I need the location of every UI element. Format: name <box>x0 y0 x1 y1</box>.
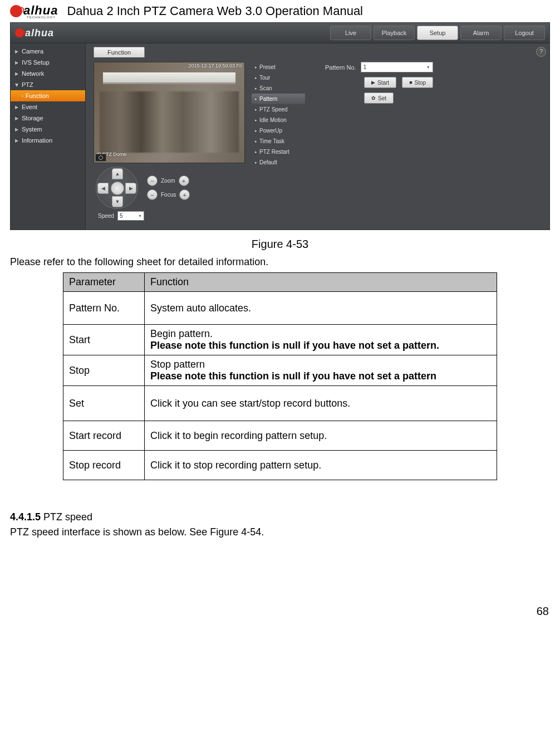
chevron-right-icon: ▶ <box>15 71 18 76</box>
bullet-icon: ▸ <box>255 160 257 165</box>
chevron-right-icon: ▶ <box>15 127 18 132</box>
table-row: StopStop patternPlease note this functio… <box>63 355 497 386</box>
tab-live[interactable]: Live <box>330 26 371 40</box>
bullet-icon: ▸ <box>255 129 257 133</box>
sidebar-item-ivs[interactable]: ▶IVS Setup <box>11 57 85 68</box>
bullet-icon: ▸ <box>255 97 257 101</box>
help-icon[interactable]: ? <box>536 47 546 57</box>
speed-label: Speed <box>98 213 114 219</box>
gear-icon: ✿ <box>371 95 376 101</box>
focus-out-button[interactable]: − <box>147 189 158 200</box>
app-screenshot: alhua Live Playback Setup Alarm Logout ▶… <box>10 22 550 230</box>
zoom-label: Zoom <box>161 178 175 184</box>
snapshot-button[interactable] <box>95 154 106 162</box>
main-panel: ? Function 2015-12-17 19:59:03 Fri IP PT… <box>86 43 549 230</box>
sidebar-item-information[interactable]: ▶Information <box>11 135 85 146</box>
page-header: alhua TECHNOLOGY Dahua 2 Inch PTZ Camera… <box>10 3 550 19</box>
start-button[interactable]: ▶Start <box>364 77 396 88</box>
table-row: Pattern No.System auto allocates. <box>63 292 497 325</box>
ptz-item-idle[interactable]: ▸Idle Motion <box>252 115 305 125</box>
ptz-center-button[interactable] <box>111 182 124 195</box>
sidebar-item-storage[interactable]: ▶Storage <box>11 113 85 124</box>
app-topbar: alhua Live Playback Setup Alarm Logout <box>11 23 549 43</box>
sidebar-item-event[interactable]: ▶Event <box>11 101 85 113</box>
tab-alarm[interactable]: Alarm <box>460 26 502 40</box>
figure-caption: Figure 4-53 <box>10 238 550 251</box>
bullet-icon: ▸ <box>255 65 257 70</box>
bullet-icon: ▸ <box>255 150 257 154</box>
ptz-function-list: ▸Preset ▸Tour ▸Scan ▸Pattern ▸PTZ Speed … <box>252 62 305 221</box>
table-row: Start recordClick it to begin recording … <box>63 421 497 451</box>
ptz-item-powerup[interactable]: ▸PowerUp <box>252 125 305 136</box>
set-button[interactable]: ✿Set <box>364 92 394 104</box>
ptz-item-ptzrestart[interactable]: ▸PTZ Restart <box>252 147 305 157</box>
bullet-icon: ▸ <box>255 139 257 144</box>
bullet-icon: ▸ <box>255 108 257 112</box>
ptz-right-button[interactable]: ▶ <box>125 183 136 194</box>
sidebar-item-ptz[interactable]: ▶PTZ <box>11 79 85 90</box>
sidebar-item-network[interactable]: ▶Network <box>11 68 85 79</box>
chevron-down-icon: ▼ <box>426 65 430 69</box>
ptz-direction-pad: ▲ ▼ ◀ ▶ <box>96 167 138 209</box>
ptz-item-pattern[interactable]: ▸Pattern <box>252 94 305 104</box>
sidebar-subitem-function[interactable]: ›Function <box>11 90 85 101</box>
tab-playback[interactable]: Playback <box>374 26 415 40</box>
pattern-no-label: Pattern No. <box>325 64 356 71</box>
chevron-right-icon: ▶ <box>15 60 18 65</box>
bullet-icon: ▸ <box>255 86 257 91</box>
ptz-item-scan[interactable]: ▸Scan <box>252 83 305 94</box>
ptz-down-button[interactable]: ▼ <box>112 196 123 207</box>
ptz-item-default[interactable]: ▸Default <box>252 157 305 168</box>
video-preview: 2015-12-17 19:59:03 Fri IP PTZ Dome <box>94 62 245 163</box>
focus-label: Focus <box>161 192 176 198</box>
ptz-item-timetask[interactable]: ▸Time Task <box>252 136 305 147</box>
zoom-in-button[interactable]: + <box>179 175 189 186</box>
brand-logo: alhua TECHNOLOGY <box>10 3 58 19</box>
intro-text: Please refer to the following sheet for … <box>10 256 550 268</box>
tab-setup[interactable]: Setup <box>417 26 458 40</box>
logo-subtext: TECHNOLOGY <box>27 16 58 19</box>
page-number: 68 <box>10 605 549 618</box>
ptz-item-preset[interactable]: ▸Preset <box>252 62 305 72</box>
arrow-right-icon: › <box>22 94 23 99</box>
sidebar: ▶Camera ▶IVS Setup ▶Network ▶PTZ ›Functi… <box>11 43 86 230</box>
section-body: PTZ speed interface is shown as below. S… <box>10 526 550 538</box>
ptz-item-tour[interactable]: ▸Tour <box>252 72 305 83</box>
ptz-left-button[interactable]: ◀ <box>97 183 109 194</box>
pattern-settings: Pattern No. 1▼ ▶Start ■Stop ✿Set <box>312 62 542 221</box>
tab-logout[interactable]: Logout <box>504 26 545 40</box>
subtab-function[interactable]: Function <box>94 47 145 57</box>
bullet-icon: ▸ <box>255 76 257 80</box>
stop-icon: ■ <box>409 80 412 85</box>
logo-mark-icon <box>10 5 22 17</box>
sidebar-item-system[interactable]: ▶System <box>11 124 85 135</box>
ptz-item-ptzspeed[interactable]: ▸PTZ Speed <box>252 104 305 115</box>
stop-button[interactable]: ■Stop <box>402 77 433 88</box>
bullet-icon: ▸ <box>255 118 257 123</box>
chevron-down-icon: ▼ <box>138 214 142 218</box>
table-header-function: Function <box>145 273 497 292</box>
ptz-up-button[interactable]: ▲ <box>112 168 123 179</box>
chevron-right-icon: ▶ <box>15 105 18 110</box>
table-row: SetClick it you can see start/stop recor… <box>63 386 497 421</box>
page-title: Dahua 2 Inch PTZ Camera Web 3.0 Operatio… <box>67 4 363 18</box>
speed-select[interactable]: 5▼ <box>117 211 144 221</box>
play-icon: ▶ <box>371 80 375 85</box>
app-logo: alhua <box>15 27 54 39</box>
app-logo-text: alhua <box>25 27 54 39</box>
chevron-right-icon: ▶ <box>15 138 18 143</box>
table-row: Stop recordClick it to stop recording pa… <box>63 451 497 480</box>
chevron-down-icon: ▶ <box>14 83 19 86</box>
video-timestamp: 2015-12-17 19:59:03 Fri <box>188 63 242 69</box>
chevron-right-icon: ▶ <box>15 49 18 54</box>
pattern-no-select[interactable]: 1▼ <box>361 62 433 72</box>
table-header-parameter: Parameter <box>63 273 145 292</box>
logo-mark-icon <box>15 28 24 37</box>
section-heading: 4.4.1.5 PTZ speed <box>10 511 550 523</box>
sidebar-item-camera[interactable]: ▶Camera <box>11 46 85 57</box>
parameter-table: Parameter Function Pattern No.System aut… <box>63 272 497 480</box>
zoom-out-button[interactable]: − <box>147 175 158 186</box>
focus-in-button[interactable]: + <box>179 189 190 200</box>
chevron-right-icon: ▶ <box>15 116 18 121</box>
table-row: StartBegin pattern.Please note this func… <box>63 325 497 355</box>
